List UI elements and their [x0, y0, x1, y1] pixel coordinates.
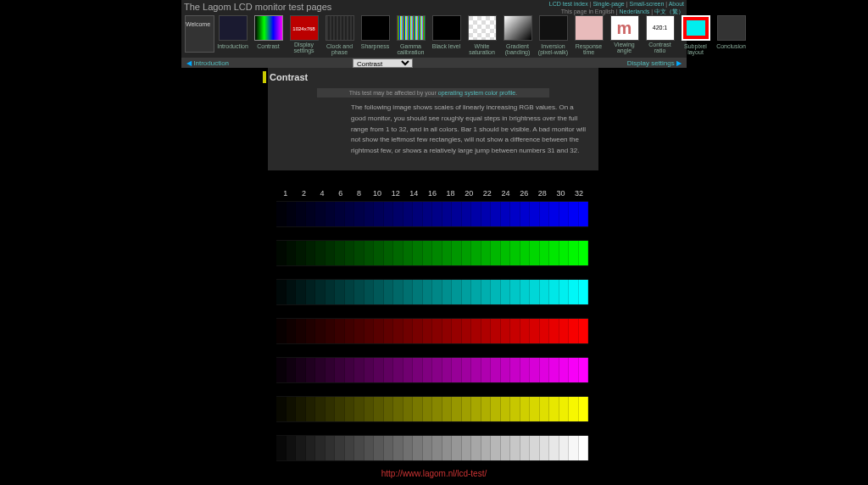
nav-clock[interactable]: Clock and phase: [322, 15, 357, 55]
nav-white[interactable]: White saturation: [465, 15, 499, 55]
notice-box: This test may be affected by your operat…: [317, 88, 549, 98]
ramp-red: [276, 318, 588, 344]
nav-thumbs: Welcome Introduction Contrast 1024x768Di…: [185, 15, 748, 55]
top-link-row: LCD test index | Single-page | Small-scr…: [549, 1, 684, 7]
link-singlepage[interactable]: Single-page: [593, 1, 624, 7]
nav-black[interactable]: Black level: [429, 15, 464, 55]
nav-conc[interactable]: Conclusion: [714, 15, 748, 55]
ramp-green: [276, 240, 588, 266]
ramp-blue: [276, 201, 588, 227]
ramp-cyan: [276, 279, 588, 305]
ramp-white: [276, 435, 588, 461]
page-title: Contrast: [270, 72, 308, 82]
lang-nl[interactable]: Nederlands: [619, 8, 649, 14]
breadcrumb-row: Introduction Contrast Display settings: [181, 58, 687, 68]
description-text: The following image shows scales of line…: [268, 101, 598, 160]
test-bars: 12468101214161820222426283032: [276, 189, 588, 461]
nav-resp[interactable]: Response time: [571, 15, 606, 55]
nav-sharp[interactable]: Sharpness: [358, 15, 392, 55]
link-about[interactable]: About: [669, 1, 684, 7]
next-link[interactable]: Display settings: [627, 59, 682, 67]
footer-url: http://www.lagom.nl/lcd-test/: [0, 469, 868, 478]
nav-inv[interactable]: Inversion (pixel-walk): [536, 15, 570, 55]
color-profile-link[interactable]: operating system color profile: [438, 90, 515, 96]
ramp-yellow: [276, 396, 588, 422]
nav-display[interactable]: 1024x768Display settings: [287, 15, 321, 55]
link-smallscreen[interactable]: Small-screen: [630, 1, 665, 7]
nav-ratio[interactable]: 420:1Contrast ratio: [643, 15, 677, 55]
nav-intro[interactable]: Introduction: [215, 15, 250, 55]
lang-zh[interactable]: 中文（繁）: [654, 8, 684, 14]
header-bar: The Lagom LCD monitor test pages LCD tes…: [181, 0, 687, 58]
nav-view[interactable]: mViewing angle: [607, 15, 642, 55]
link-index[interactable]: LCD test index: [549, 1, 588, 7]
prev-link[interactable]: Introduction: [186, 59, 229, 67]
scale-row: 12468101214161820222426283032: [276, 189, 588, 198]
nav-sub[interactable]: Subpixel layout: [678, 15, 713, 55]
nav-grad[interactable]: Gradient (banding): [500, 15, 535, 55]
accent-bar-icon: [263, 71, 266, 83]
nav-contrast[interactable]: Contrast: [251, 15, 286, 55]
page-select[interactable]: Contrast: [353, 59, 413, 68]
content-panel: Contrast This test may be affected by yo…: [268, 68, 598, 170]
ramp-magenta: [276, 357, 588, 383]
nav-welcome[interactable]: Welcome: [185, 15, 214, 53]
title-bar: Contrast: [263, 68, 598, 83]
nav-gamma[interactable]: Gamma calibration: [393, 15, 428, 55]
